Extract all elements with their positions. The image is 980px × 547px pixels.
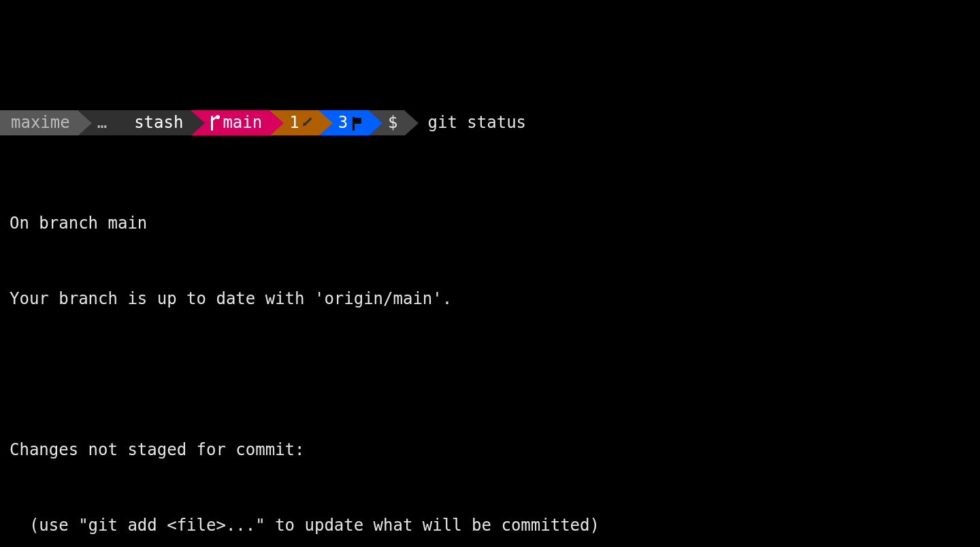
flag-icon bbox=[351, 117, 362, 129]
chevron-right-icon bbox=[270, 111, 284, 135]
chevron-right-icon bbox=[78, 111, 92, 135]
output-line: (use "git add <file>..." to update what … bbox=[0, 513, 980, 538]
output-line bbox=[0, 362, 980, 387]
prompt-row-1: maxime … stash main 1 3 $ git status bbox=[0, 110, 980, 135]
chevron-right-icon bbox=[405, 111, 419, 135]
chevron-right-icon bbox=[115, 111, 129, 135]
branch-icon bbox=[209, 116, 218, 131]
pencil-icon bbox=[301, 116, 314, 130]
user-segment: maxime bbox=[0, 110, 78, 135]
command-text: git status bbox=[419, 110, 527, 135]
chevron-right-icon bbox=[191, 111, 205, 135]
terminal-window[interactable]: maxime … stash main 1 3 $ git status On … bbox=[0, 0, 980, 547]
output-line: Your branch is up to date with 'origin/m… bbox=[0, 286, 980, 312]
chevron-right-icon bbox=[369, 111, 382, 135]
chevron-right-icon bbox=[319, 111, 333, 135]
output-line: On branch main bbox=[0, 211, 980, 236]
output-line: Changes not staged for commit: bbox=[0, 437, 980, 463]
